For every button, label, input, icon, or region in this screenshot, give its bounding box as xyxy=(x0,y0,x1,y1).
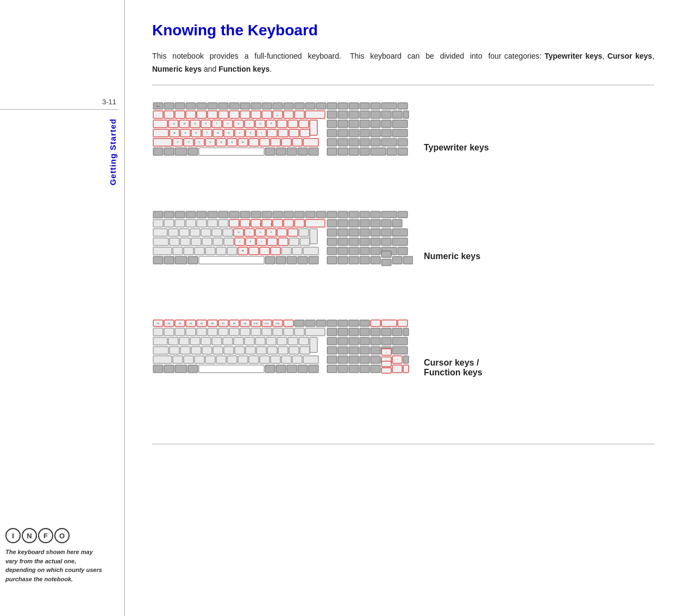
svg-rect-345 xyxy=(201,337,211,345)
svg-rect-407 xyxy=(153,365,163,373)
svg-rect-65 xyxy=(371,120,380,128)
svg-rect-341 xyxy=(153,337,167,345)
svg-rect-385 xyxy=(173,356,183,363)
svg-rect-377 xyxy=(327,347,337,354)
svg-rect-40 xyxy=(349,111,359,118)
svg-rect-257 xyxy=(327,247,337,255)
svg-rect-249 xyxy=(227,247,237,255)
svg-rect-6 xyxy=(218,103,228,109)
svg-rect-388 xyxy=(205,356,215,363)
svg-rect-313 xyxy=(349,320,359,326)
svg-rect-395 xyxy=(281,356,291,363)
svg-rect-111 xyxy=(164,148,174,155)
svg-rect-380 xyxy=(360,347,370,354)
svg-rect-102 xyxy=(303,139,318,146)
svg-rect-368 xyxy=(213,347,223,354)
svg-rect-323 xyxy=(208,328,217,336)
svg-rect-331 xyxy=(295,328,304,336)
svg-rect-325 xyxy=(229,328,239,336)
svg-rect-399 xyxy=(338,356,348,363)
svg-rect-18 xyxy=(349,103,359,109)
svg-rect-99 xyxy=(271,139,280,146)
svg-rect-414 xyxy=(287,365,297,373)
svg-rect-259 xyxy=(349,247,359,255)
svg-rect-310 xyxy=(316,320,326,326)
info-text: The keyboard shown here may vary from th… xyxy=(5,548,103,583)
svg-rect-280 xyxy=(381,259,391,266)
svg-rect-343 xyxy=(179,337,189,345)
svg-rect-212 xyxy=(288,229,298,236)
svg-rect-332 xyxy=(305,328,325,336)
svg-rect-3 xyxy=(186,103,196,109)
svg-text:I: I xyxy=(249,231,249,234)
svg-rect-106 xyxy=(360,139,370,146)
svg-rect-401 xyxy=(360,356,370,363)
svg-rect-402 xyxy=(371,356,380,363)
svg-rect-271 xyxy=(287,256,297,264)
svg-rect-366 xyxy=(191,347,201,354)
svg-text:F2: F2 xyxy=(168,322,171,325)
svg-rect-363 xyxy=(153,347,168,354)
svg-rect-163 xyxy=(240,211,250,218)
bold-function: Function keys xyxy=(218,65,270,73)
svg-rect-239 xyxy=(360,238,370,246)
svg-rect-415 xyxy=(298,365,308,373)
svg-rect-169 xyxy=(305,211,315,218)
svg-rect-81 xyxy=(300,129,310,137)
cursor-keyboard-image: F1 F2 F3 F4 F5 F6 F7 F8 F9 F10 F11 F12 ↑… xyxy=(152,319,413,417)
svg-rect-173 xyxy=(349,211,359,218)
svg-text:G: G xyxy=(217,131,218,134)
svg-rect-364 xyxy=(170,347,179,354)
svg-rect-251 xyxy=(249,247,259,255)
svg-rect-165 xyxy=(262,211,272,218)
svg-rect-218 xyxy=(360,229,370,236)
svg-rect-381 xyxy=(371,347,380,354)
svg-rect-420 xyxy=(360,365,370,373)
bold-cursor: Cursor keys xyxy=(608,52,653,60)
svg-text:I: I xyxy=(249,122,249,125)
svg-rect-233 xyxy=(278,238,288,246)
svg-rect-85 xyxy=(360,129,370,137)
svg-rect-125 xyxy=(387,148,397,155)
svg-rect-261 xyxy=(371,247,380,255)
svg-rect-340 xyxy=(403,328,409,336)
svg-rect-244 xyxy=(173,247,183,255)
keyboard-label-typewriter: Typewriter keys xyxy=(424,143,511,153)
svg-rect-356 xyxy=(327,337,337,345)
svg-text:↓: ↓ xyxy=(386,359,387,362)
svg-rect-22 xyxy=(398,103,408,109)
svg-rect-189 xyxy=(273,219,283,227)
svg-rect-9 xyxy=(251,103,261,109)
svg-rect-358 xyxy=(349,337,359,345)
svg-rect-15 xyxy=(316,103,326,109)
svg-rect-113 xyxy=(188,148,198,155)
svg-rect-126 xyxy=(398,148,408,155)
bottom-divider xyxy=(152,444,654,444)
svg-rect-223 xyxy=(170,238,179,246)
svg-rect-320 xyxy=(175,328,185,336)
svg-text:P: P xyxy=(271,231,272,234)
sidebar-divider xyxy=(0,109,118,110)
svg-rect-362 xyxy=(392,337,408,345)
svg-rect-118 xyxy=(298,148,308,155)
sidebar-label-wrapper: Getting Started xyxy=(107,114,118,190)
svg-rect-198 xyxy=(381,219,391,227)
svg-rect-109 xyxy=(398,139,408,146)
svg-rect-235 xyxy=(300,238,310,246)
svg-rect-376 xyxy=(300,347,310,354)
svg-rect-107 xyxy=(371,139,380,146)
keyboard-label-cursor: Cursor keys / Function keys xyxy=(424,358,511,378)
svg-rect-4 xyxy=(197,103,206,109)
svg-text:A: A xyxy=(174,131,176,134)
svg-rect-14 xyxy=(305,103,315,109)
svg-rect-410 xyxy=(188,365,198,373)
typewriter-svg: Esc 0 Q W E R T Y U I O P A S D F G H J … xyxy=(152,102,413,194)
info-icon-f: F xyxy=(38,528,53,543)
svg-rect-252 xyxy=(260,247,270,255)
svg-rect-274 xyxy=(327,256,337,264)
svg-rect-45 xyxy=(403,111,409,118)
svg-rect-309 xyxy=(305,320,315,326)
svg-rect-164 xyxy=(251,211,261,218)
svg-rect-179 xyxy=(164,219,174,227)
svg-rect-33 xyxy=(262,111,272,118)
